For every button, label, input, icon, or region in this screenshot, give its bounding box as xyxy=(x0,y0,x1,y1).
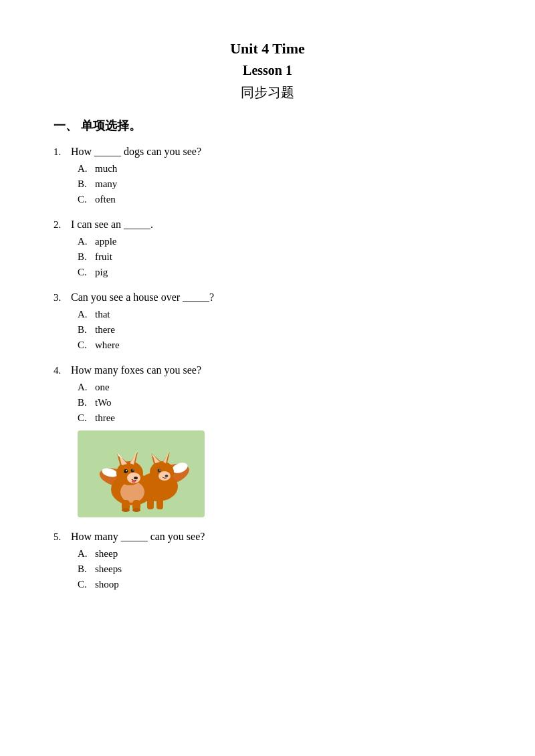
option-2-3: C.pig xyxy=(78,267,481,278)
option-text-5-2: sheeps xyxy=(95,563,122,575)
option-1-1: A.much xyxy=(78,163,481,174)
chinese-title: 同步习题 xyxy=(54,84,481,102)
svg-point-14 xyxy=(159,470,160,471)
questions-container: 1.How _____ dogs can you see?A.muchB.man… xyxy=(54,146,481,590)
svg-point-32 xyxy=(131,469,134,473)
question-text-2: 2.I can see an _____. xyxy=(54,219,481,231)
question-number-2: 2. xyxy=(54,219,68,231)
option-letter-5-2: B. xyxy=(78,563,91,575)
svg-point-12 xyxy=(165,475,169,477)
question-number-1: 1. xyxy=(54,146,68,158)
svg-point-30 xyxy=(124,469,128,473)
option-letter-1-1: A. xyxy=(78,163,91,174)
section-header: 一、 单项选择。 xyxy=(54,118,481,134)
option-4-3: C.three xyxy=(78,412,481,424)
option-3-3: C.where xyxy=(78,340,481,351)
options-5: A.sheepB.sheepsC.shoop xyxy=(78,548,481,590)
option-letter-5-1: A. xyxy=(78,548,91,559)
option-text-1-1: much xyxy=(95,163,117,174)
question-sentence-1: How _____ dogs can you see? xyxy=(71,146,201,158)
option-letter-1-3: C. xyxy=(78,194,91,205)
option-5-1: A.sheep xyxy=(78,548,481,559)
svg-point-29 xyxy=(134,477,138,479)
option-letter-1-2: B. xyxy=(78,178,91,190)
option-text-3-3: where xyxy=(95,340,120,351)
options-4: A.oneB.tWoC.three xyxy=(78,382,481,424)
option-letter-3-1: A. xyxy=(78,309,91,320)
option-letter-2-1: A. xyxy=(78,236,91,247)
option-1-3: C.often xyxy=(78,194,481,205)
option-5-3: C.shoop xyxy=(78,579,481,590)
svg-point-13 xyxy=(158,469,161,473)
option-text-4-2: tWo xyxy=(95,397,112,408)
option-4-1: A.one xyxy=(78,382,481,393)
option-letter-2-3: C. xyxy=(78,267,91,278)
question-sentence-2: I can see an _____. xyxy=(71,219,153,231)
option-text-4-1: one xyxy=(95,382,110,393)
option-3-1: A.that xyxy=(78,309,481,320)
option-text-2-2: fruit xyxy=(95,251,112,263)
option-text-1-2: many xyxy=(95,178,117,190)
option-text-4-3: three xyxy=(95,412,115,424)
question-text-4: 4.How many foxes can you see? xyxy=(54,364,481,376)
svg-rect-16 xyxy=(156,497,163,509)
question-sentence-5: How many _____ can you see? xyxy=(71,531,205,543)
fox-image-container xyxy=(78,430,205,517)
option-text-2-3: pig xyxy=(95,267,108,278)
option-2-1: A.apple xyxy=(78,236,481,247)
unit-title: Unit 4 Time xyxy=(54,40,481,57)
options-1: A.muchB.manyC.often xyxy=(78,163,481,205)
question-text-5: 5.How many _____ can you see? xyxy=(54,531,481,543)
question-sentence-4: How many foxes can you see? xyxy=(71,364,201,376)
option-text-2-1: apple xyxy=(95,236,116,247)
question-5: 5.How many _____ can you see?A.sheepB.sh… xyxy=(54,531,481,590)
svg-point-37 xyxy=(122,508,130,512)
question-text-1: 1.How _____ dogs can you see? xyxy=(54,146,481,158)
svg-point-31 xyxy=(126,470,127,471)
svg-point-38 xyxy=(132,508,140,512)
option-letter-5-3: C. xyxy=(78,579,91,590)
lesson-title: Lesson 1 xyxy=(54,63,481,78)
option-letter-3-2: B. xyxy=(78,324,91,336)
question-sentence-3: Can you see a house over _____? xyxy=(71,291,214,303)
option-text-3-1: that xyxy=(95,309,110,320)
question-2: 2.I can see an _____.A.appleB.fruitC.pig xyxy=(54,219,481,278)
option-letter-4-1: A. xyxy=(78,382,91,393)
question-number-3: 3. xyxy=(54,292,68,303)
question-1: 1.How _____ dogs can you see?A.muchB.man… xyxy=(54,146,481,205)
option-letter-3-3: C. xyxy=(78,340,91,351)
svg-point-11 xyxy=(158,471,171,481)
option-4-2: B.tWo xyxy=(78,397,481,408)
option-2-2: B.fruit xyxy=(78,251,481,263)
question-3: 3.Can you see a house over _____?A.thatB… xyxy=(54,291,481,351)
question-number-4: 4. xyxy=(54,365,68,376)
option-3-2: B.there xyxy=(78,324,481,336)
question-4: 4.How many foxes can you see?A.oneB.tWoC… xyxy=(54,364,481,517)
option-text-5-1: sheep xyxy=(95,548,118,559)
svg-point-33 xyxy=(132,469,133,470)
option-text-3-2: there xyxy=(95,324,115,336)
option-text-5-3: shoop xyxy=(95,579,119,590)
option-letter-4-3: C. xyxy=(78,412,91,424)
option-5-2: B.sheeps xyxy=(78,563,481,575)
option-letter-4-2: B. xyxy=(78,397,91,408)
question-number-5: 5. xyxy=(54,531,68,543)
option-1-2: B.many xyxy=(78,178,481,190)
options-2: A.appleB.fruitC.pig xyxy=(78,236,481,278)
option-letter-2-2: B. xyxy=(78,251,91,263)
svg-point-34 xyxy=(132,480,136,483)
question-text-3: 3.Can you see a house over _____? xyxy=(54,291,481,303)
option-text-1-3: often xyxy=(95,194,116,205)
fox-illustration xyxy=(84,434,198,513)
options-3: A.thatB.thereC.where xyxy=(78,309,481,351)
